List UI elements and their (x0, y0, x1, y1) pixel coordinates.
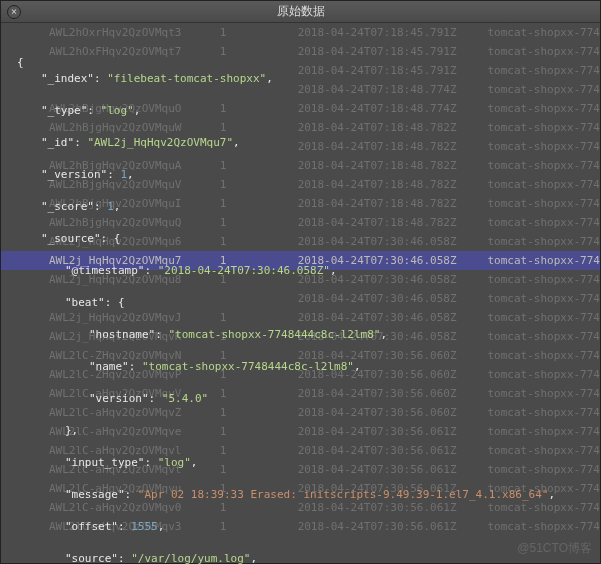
table-cell: 1 (220, 384, 298, 403)
table-cell: tomcat-shopxx-774 (487, 175, 600, 194)
table-cell: tomcat-shopxx-774 (487, 80, 600, 99)
table-cell: 2018-04-24T07:30:46.058Z (298, 308, 488, 327)
table-cell: tomcat-shopxx-774 (487, 365, 600, 384)
table-row[interactable]: AWL2lC-aHqv2QzOVMqvu12018-04-24T07:30:56… (1, 479, 600, 498)
table-cell: 1 (220, 118, 298, 137)
table-cell: tomcat-shopxx-774 (487, 194, 600, 213)
table-cell: 1 (220, 422, 298, 441)
table-cell: 1 (220, 42, 298, 61)
table-cell: tomcat-shopxx-774 (487, 384, 600, 403)
table-cell: 1 (220, 403, 298, 422)
table-cell: AWL2lC-aHqv2QzOVMqvt (49, 460, 220, 479)
titlebar: × 原始数据 (1, 1, 600, 23)
table-cell: 2018-04-24T07:30:56.061Z (298, 479, 488, 498)
table-row[interactable]: AWL2hBjgHqv2QzOVMquV12018-04-24T07:18:48… (1, 175, 600, 194)
table-cell: AWL2hOxFHqv2QzOVMqt7 (49, 42, 220, 61)
table-cell (220, 80, 298, 99)
table-cell: AWL2hBjgHqv2QzOVMquI (49, 194, 220, 213)
table-cell: tomcat-shopxx-774 (487, 498, 600, 517)
table-cell: AWL2j_HqHqv2QzOVMqu7 (49, 251, 220, 270)
table-cell: 2018-04-24T07:30:46.058Z (298, 232, 488, 251)
table-cell: 1 (220, 99, 298, 118)
table-row[interactable]: AWL2lC-ZHqv2QzOVMqvN12018-04-24T07:30:56… (1, 346, 600, 365)
table-row[interactable]: AWL2hBjgHqv2QzOVMquW12018-04-24T07:18:48… (1, 118, 600, 137)
table-cell: 2018-04-24T07:30:46.058Z (298, 289, 488, 308)
table-cell (49, 289, 220, 308)
table-row[interactable]: AWL2j_HqHqv2QzOVMqu812018-04-24T07:30:46… (1, 270, 600, 289)
table-row[interactable]: AWL2j_HqHqv2QzOVMqvK12018-04-24T07:30:46… (1, 327, 600, 346)
table-cell (229, 536, 311, 555)
table-cell: tomcat-shopxx-774 (487, 251, 600, 270)
table-cell: 2018-04-24T07:18:48.774Z (298, 80, 488, 99)
table-cell: tomcat-shopxx-774 (487, 156, 600, 175)
table-row[interactable]: AWL2hBjgHqv2QzOVMquI12018-04-24T07:18:48… (1, 194, 600, 213)
table-cell: tomcat-shopxx-774 (487, 270, 600, 289)
table-cell: tomcat-shopxx-774 (487, 213, 600, 232)
table-cell (311, 536, 511, 555)
table-cell: AWL2hBjgHqv2QzOVMquA (49, 156, 220, 175)
table-row[interactable]: AWL2lC-aHqv2QzOVMqvV12018-04-24T07:30:56… (1, 384, 600, 403)
close-icon[interactable]: × (7, 5, 21, 19)
table-cell: AWL2lC-aHqv2QzOVMqv3 (49, 517, 220, 536)
table-cell: 1 (220, 346, 298, 365)
table-cell: AWL2lC-aHqv2QzOVMqvl (49, 441, 220, 460)
table-row[interactable]: 2018-04-24T07:18:45.791Ztomcat-shopxx-77… (1, 61, 600, 80)
table-row[interactable]: AWL2lC-ZHqv2QzOVMqvP12018-04-24T07:30:56… (1, 365, 600, 384)
table-row[interactable]: AWL2hBjgHqv2QzOVMquO12018-04-24T07:18:48… (1, 99, 600, 118)
table-cell: 1 (220, 270, 298, 289)
table-cell: 1 (220, 251, 298, 270)
table-row[interactable]: AWL2j_HqHqv2QzOVMqu712018-04-24T07:30:46… (1, 251, 600, 270)
table-row[interactable]: AWL2hBjgHqv2QzOVMquA12018-04-24T07:18:48… (1, 156, 600, 175)
table-row[interactable]: AWL2lC-aHqv2QzOVMqvt12018-04-24T07:30:56… (1, 460, 600, 479)
table-cell: 1 (220, 498, 298, 517)
table-cell: tomcat-shopxx-774 (487, 460, 600, 479)
table-cell: tomcat-shopxx-774 (487, 61, 600, 80)
table-cell: 1 (220, 441, 298, 460)
table-cell: 2018-04-24T07:18:45.791Z (298, 42, 488, 61)
background-table: AWL2hOxrHqv2QzOVMqt312018-04-24T07:18:45… (1, 23, 600, 563)
table-cell: 2018-04-24T07:30:46.058Z (298, 251, 488, 270)
table-row[interactable]: AWL2hOxrHqv2QzOVMqt312018-04-24T07:18:45… (1, 23, 600, 42)
table-row[interactable]: AWL2hOxFHqv2QzOVMqt712018-04-24T07:18:45… (1, 42, 600, 61)
table-row[interactable]: 2018-04-24T07:18:48.782Ztomcat-shopxx-77… (1, 137, 600, 156)
table-cell: 2018-04-24T07:18:48.782Z (298, 213, 488, 232)
table-cell (49, 61, 220, 80)
table-cell: 1 (220, 194, 298, 213)
table-row[interactable]: AWL2lC-aHqv2QzOVMqvl12018-04-24T07:30:56… (1, 441, 600, 460)
table-row[interactable]: AWL2j_HqHqv2QzOVMqu612018-04-24T07:30:46… (1, 232, 600, 251)
table-cell: tomcat-shopxx-774 (487, 23, 600, 42)
table-row[interactable]: AWL2hBjgHqv2QzOVMquQ12018-04-24T07:18:48… (1, 213, 600, 232)
table-row[interactable]: AWL2lC-aHqv2QzOVMqve12018-04-24T07:30:56… (1, 422, 600, 441)
table-cell: AWL2hBjgHqv2QzOVMquW (49, 118, 220, 137)
table-cell: tomcat-shopxx-774 (487, 422, 600, 441)
table-cell: AWL2hBjgHqv2QzOVMquV (49, 175, 220, 194)
table-cell: AWL2lC-aHqv2QzOVMqvu (49, 479, 220, 498)
table-cell: AWL2j_HqHqv2QzOVMqu8 (49, 270, 220, 289)
table-cell: 2018-04-24T07:18:45.791Z (298, 61, 488, 80)
table-cell: 2018-04-24T07:30:56.061Z (298, 517, 488, 536)
table-row[interactable]: AWL2lC-aHqv2QzOVMqvZ12018-04-24T07:30:56… (1, 403, 600, 422)
table-row[interactable] (1, 536, 600, 555)
table-cell: 1 (220, 308, 298, 327)
table-cell: 1 (220, 460, 298, 479)
table-row[interactable]: 2018-04-24T07:30:46.058Ztomcat-shopxx-77… (1, 289, 600, 308)
table-cell: tomcat-shopxx-774 (487, 517, 600, 536)
table-cell: 2018-04-24T07:18:48.782Z (298, 194, 488, 213)
table-cell: AWL2lC-aHqv2QzOVMqve (49, 422, 220, 441)
table-cell: 1 (220, 232, 298, 251)
table-cell: tomcat-shopxx-774 (487, 232, 600, 251)
table-row[interactable]: AWL2lC-aHqv2QzOVMqv012018-04-24T07:30:56… (1, 498, 600, 517)
table-row[interactable]: AWL2lC-aHqv2QzOVMqv312018-04-24T07:30:56… (1, 517, 600, 536)
table-cell: 2018-04-24T07:30:56.061Z (298, 460, 488, 479)
table-cell: tomcat-shopxx-774 (487, 42, 600, 61)
table-cell: 2018-04-24T07:18:48.782Z (298, 137, 488, 156)
table-cell (220, 137, 298, 156)
table-cell: 2018-04-24T07:30:46.058Z (298, 270, 488, 289)
table-cell: 1 (220, 365, 298, 384)
table-row[interactable]: 2018-04-24T07:18:48.774Ztomcat-shopxx-77… (1, 80, 600, 99)
table-row[interactable]: AWL2j_HqHqv2QzOVMqvJ12018-04-24T07:30:46… (1, 308, 600, 327)
table-cell: 2018-04-24T07:18:48.782Z (298, 156, 488, 175)
table-cell: 1 (220, 156, 298, 175)
table-cell: tomcat-shopxx-774 (487, 308, 600, 327)
table-cell: 2018-04-24T07:30:46.058Z (298, 327, 488, 346)
